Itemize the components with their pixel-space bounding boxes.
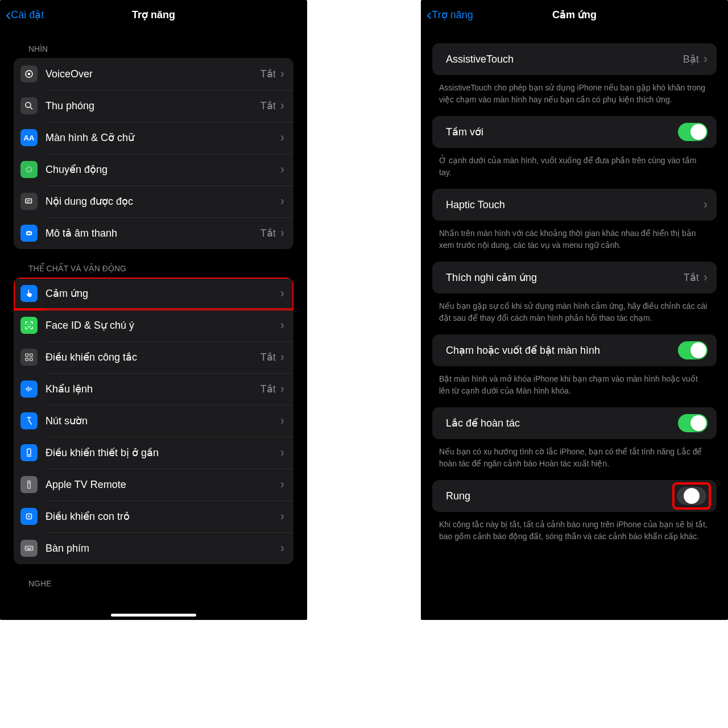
svg-point-10 [29, 233, 31, 234]
back-button[interactable]: ‹ Cài đặt [6, 0, 44, 30]
row-vibration[interactable]: Rung [432, 480, 717, 512]
chevron-right-icon: › [280, 227, 284, 239]
row-label: AssistiveTouch [446, 53, 683, 65]
chevron-right-icon: › [280, 319, 284, 332]
pointer-control-icon [20, 508, 38, 525]
row-label: Rung [446, 490, 676, 502]
switch-control-icon [20, 349, 38, 366]
row-spoken-content[interactable]: Nội dung được đọc › [14, 185, 293, 217]
page-title: Trợ năng [132, 9, 175, 21]
section-header-hearing: NGHE [0, 564, 307, 593]
chevron-right-icon: › [280, 510, 284, 523]
row-label: Điều khiển công tắc [46, 351, 260, 363]
back-label: Cài đặt [11, 9, 44, 21]
row-zoom[interactable]: Thu phóng Tắt › [14, 90, 293, 122]
svg-rect-16 [30, 358, 33, 361]
row-label: Mô tả âm thanh [46, 227, 260, 239]
row-label: VoiceOver [46, 68, 260, 80]
svg-point-25 [28, 516, 30, 518]
group-reach: Tầm với [432, 116, 717, 148]
group-shake: Lắc để hoàn tác [432, 407, 717, 439]
nearby-control-icon [20, 444, 38, 461]
row-pointer-control[interactable]: Điều khiển con trỏ › [14, 500, 293, 532]
row-voiceover[interactable]: VoiceOver Tắt › [14, 58, 293, 90]
footer-vibration: Khi công tắc này bị tắt, tất cả cảnh báo… [421, 512, 728, 547]
chevron-right-icon: › [280, 163, 284, 176]
highlight-vibration [676, 486, 708, 506]
group-haptic: Haptic Touch › [432, 189, 717, 221]
chevron-right-icon: › [280, 195, 284, 208]
row-value: Tắt [260, 68, 276, 80]
faceid-icon [20, 317, 38, 334]
svg-point-11 [27, 324, 28, 325]
chevron-right-icon: › [280, 542, 284, 555]
row-haptic-touch[interactable]: Haptic Touch › [432, 189, 717, 221]
row-label: Nút sườn [46, 415, 280, 427]
switch-reachability[interactable] [678, 123, 708, 141]
group-vision: VoiceOver Tắt › Thu phóng Tắt › AA Màn h… [14, 58, 293, 249]
chevron-right-icon: › [704, 271, 708, 284]
group-vibration: Rung [432, 480, 717, 512]
row-label: Thích nghi cảm ứng [446, 271, 684, 284]
footer-shake: Nếu bạn có xu hướng tình cờ lắc iPhone, … [421, 439, 728, 474]
row-tap-to-wake[interactable]: Chạm hoặc vuốt để bật màn hình [432, 334, 717, 366]
svg-rect-22 [28, 481, 31, 489]
switch-tap-to-wake[interactable] [678, 341, 708, 359]
svg-point-1 [28, 73, 31, 76]
row-label: Face ID & Sự chú ý [46, 319, 280, 332]
navbar: ‹ Trợ năng Cảm ứng [421, 0, 728, 30]
row-value: Bật [683, 53, 699, 65]
chevron-right-icon: › [280, 478, 284, 491]
row-touch[interactable]: Cảm ứng › [14, 278, 293, 309]
row-motion[interactable]: Chuyển động › [14, 154, 293, 185]
home-indicator[interactable] [111, 614, 196, 617]
chevron-right-icon: › [280, 287, 284, 300]
row-label: Chạm hoặc vuốt để bật màn hình [446, 344, 678, 357]
row-reachability[interactable]: Tầm với [432, 116, 717, 148]
footer-tapwake: Bật màn hình và mở khóa iPhone khi bạn c… [421, 366, 728, 402]
chevron-right-icon: › [280, 446, 284, 459]
svg-rect-14 [30, 354, 33, 357]
row-touch-accommodation[interactable]: Thích nghi cảm ứng Tắt › [432, 262, 717, 293]
group-tapwake: Chạm hoặc vuốt để bật màn hình [432, 334, 717, 366]
section-header-vision: NHÌN [0, 30, 307, 58]
chevron-right-icon: › [280, 131, 284, 144]
chevron-left-icon: ‹ [427, 7, 432, 23]
back-button[interactable]: ‹ Trợ năng [427, 0, 473, 30]
group-physical: Cảm ứng › Face ID & Sự chú ý › Điều khiể… [14, 278, 293, 564]
group-assistive: AssistiveTouch Bật › [432, 43, 717, 75]
row-assistivetouch[interactable]: AssistiveTouch Bật › [432, 43, 717, 75]
row-label: Haptic Touch [446, 199, 704, 211]
row-audio-description[interactable]: Mô tả âm thanh Tắt › [14, 217, 293, 249]
row-value: Tắt [260, 383, 276, 395]
audio-description-icon [20, 225, 38, 242]
row-tv-remote[interactable]: Apple TV Remote › [14, 469, 293, 500]
row-label: Apple TV Remote [46, 479, 280, 491]
row-label: Điều khiển thiết bị ở gần [46, 446, 280, 459]
svg-point-2 [26, 102, 31, 107]
page-title: Cảm ứng [552, 9, 597, 21]
row-label: Màn hình & Cỡ chữ [46, 131, 280, 144]
row-display-text[interactable]: AA Màn hình & Cỡ chữ › [14, 122, 293, 154]
row-side-button[interactable]: Nút sườn › [14, 405, 293, 437]
row-value: Tắt [260, 100, 276, 112]
row-faceid[interactable]: Face ID & Sự chú ý › [14, 309, 293, 341]
row-label: Cảm ứng [46, 287, 280, 300]
chevron-right-icon: › [280, 68, 284, 80]
display-text-icon: AA [20, 129, 38, 146]
tv-remote-icon [20, 476, 38, 493]
motion-icon [20, 161, 38, 178]
switch-vibration[interactable] [677, 487, 706, 505]
row-voice-control[interactable]: Khẩu lệnh Tắt › [14, 373, 293, 405]
row-value: Tắt [684, 271, 699, 284]
row-value: Tắt [260, 227, 276, 239]
row-keyboard[interactable]: Bàn phím › [14, 532, 293, 564]
voice-control-icon [20, 380, 38, 398]
row-switch-control[interactable]: Điều khiển công tắc Tắt › [14, 341, 293, 373]
row-shake-undo[interactable]: Lắc để hoàn tác [432, 407, 717, 439]
side-button-icon [20, 412, 38, 429]
footer-accom: Nếu bạn gặp sự cố khi sử dụng màn hình c… [421, 293, 728, 329]
footer-assistive: AssistiveTouch cho phép bạn sử dụng iPho… [421, 75, 728, 110]
switch-shake-undo[interactable] [678, 414, 708, 432]
row-nearby-control[interactable]: Điều khiển thiết bị ở gần › [14, 437, 293, 469]
